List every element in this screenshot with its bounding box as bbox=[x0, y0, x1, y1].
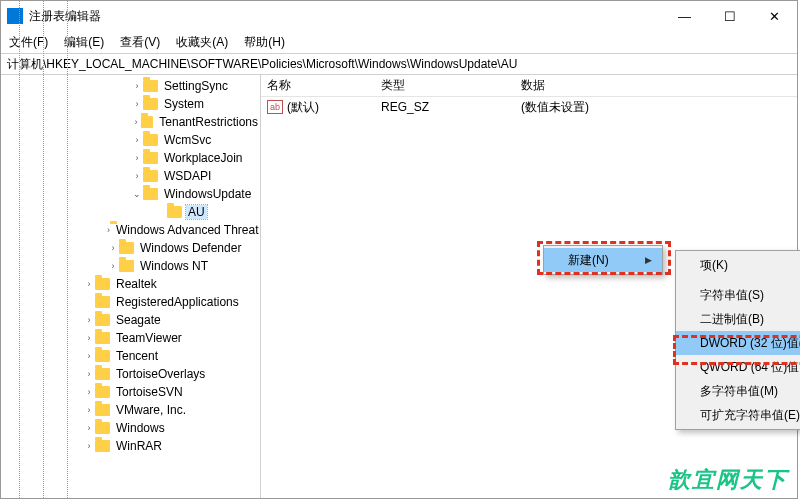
folder-icon bbox=[143, 98, 158, 110]
tree-node-system[interactable]: ›System bbox=[1, 95, 260, 113]
folder-icon bbox=[95, 368, 110, 380]
tree-node-tenantrestrictions[interactable]: ›TenantRestrictions bbox=[1, 113, 260, 131]
tree-node-label: WorkplaceJoin bbox=[162, 151, 244, 165]
tree-twisty-icon[interactable]: › bbox=[83, 333, 95, 343]
folder-icon bbox=[95, 422, 110, 434]
folder-icon bbox=[143, 188, 158, 200]
folder-icon bbox=[143, 170, 158, 182]
tree-node-label: VMware, Inc. bbox=[114, 403, 188, 417]
submenu-item-string[interactable]: 字符串值(S) bbox=[676, 283, 800, 307]
tree-node-label: Realtek bbox=[114, 277, 159, 291]
titlebar: 注册表编辑器 — ☐ ✕ bbox=[1, 1, 797, 31]
context-submenu-new: 项(K) 字符串值(S) 二进制值(B) DWORD (32 位)值(D) QW… bbox=[675, 250, 800, 430]
maximize-button[interactable]: ☐ bbox=[707, 1, 752, 31]
tree-node-windows-nt[interactable]: ›Windows NT bbox=[1, 257, 260, 275]
close-button[interactable]: ✕ bbox=[752, 1, 797, 31]
values-pane[interactable]: 名称 类型 数据 ab(默认) REG_SZ (数值未设置) 新建(N) ▶ bbox=[261, 75, 797, 498]
submenu-item-dword[interactable]: DWORD (32 位)值(D) bbox=[676, 331, 800, 355]
tree-node-label: WSDAPI bbox=[162, 169, 213, 183]
context-item-new[interactable]: 新建(N) ▶ bbox=[544, 248, 662, 272]
tree-node-windowsupdate[interactable]: ⌄WindowsUpdate bbox=[1, 185, 260, 203]
tree-twisty-icon[interactable]: › bbox=[107, 225, 110, 235]
tree-node-wsdapi[interactable]: ›WSDAPI bbox=[1, 167, 260, 185]
tree-node-workplacejoin[interactable]: ›WorkplaceJoin bbox=[1, 149, 260, 167]
folder-icon bbox=[95, 296, 110, 308]
tree-node-registeredapplications[interactable]: RegisteredApplications bbox=[1, 293, 260, 311]
menu-help[interactable]: 帮助(H) bbox=[240, 32, 289, 53]
tree-twisty-icon[interactable]: › bbox=[83, 405, 95, 415]
col-name[interactable]: 名称 bbox=[261, 77, 375, 94]
tree-node-au[interactable]: AU bbox=[1, 203, 260, 221]
folder-icon bbox=[95, 332, 110, 344]
submenu-item-expandstring[interactable]: 可扩充字符串值(E) bbox=[676, 403, 800, 427]
folder-icon bbox=[167, 206, 182, 218]
tree-node-tortoiseoverlays[interactable]: ›TortoiseOverlays bbox=[1, 365, 260, 383]
tree-node-windows[interactable]: ›Windows bbox=[1, 419, 260, 437]
tree-node-vmware-inc-[interactable]: ›VMware, Inc. bbox=[1, 401, 260, 419]
submenu-item-key[interactable]: 项(K) bbox=[676, 253, 800, 277]
tree-node-seagate[interactable]: ›Seagate bbox=[1, 311, 260, 329]
value-row-default[interactable]: ab(默认) REG_SZ (数值未设置) bbox=[261, 97, 797, 117]
address-bar[interactable]: 计算机\HKEY_LOCAL_MACHINE\SOFTWARE\Policies… bbox=[1, 53, 797, 75]
tree-node-realtek[interactable]: ›Realtek bbox=[1, 275, 260, 293]
tree-node-tortoisesvn[interactable]: ›TortoiseSVN bbox=[1, 383, 260, 401]
tree-node-label: Windows Defender bbox=[138, 241, 243, 255]
watermark-text: 歆宜网天下 bbox=[668, 465, 788, 495]
folder-icon bbox=[95, 404, 110, 416]
tree-node-settingsync[interactable]: ›SettingSync bbox=[1, 77, 260, 95]
menu-view[interactable]: 查看(V) bbox=[116, 32, 164, 53]
tree-node-label: Tencent bbox=[114, 349, 160, 363]
col-data[interactable]: 数据 bbox=[515, 77, 797, 94]
tree-node-windows-defender[interactable]: ›Windows Defender bbox=[1, 239, 260, 257]
tree-twisty-icon[interactable]: › bbox=[83, 315, 95, 325]
tree-twisty-icon[interactable]: › bbox=[83, 369, 95, 379]
tree-node-label: AU bbox=[186, 205, 207, 219]
tree-twisty-icon[interactable]: › bbox=[131, 135, 143, 145]
tree-node-label: Windows Advanced Threat Protection bbox=[114, 223, 261, 237]
folder-icon bbox=[95, 386, 110, 398]
registry-editor-window: 注册表编辑器 — ☐ ✕ 文件(F) 编辑(E) 查看(V) 收藏夹(A) 帮助… bbox=[0, 0, 798, 499]
tree-node-label: TeamViewer bbox=[114, 331, 184, 345]
tree-twisty-icon[interactable]: › bbox=[83, 279, 95, 289]
tree-pane[interactable]: ›SettingSync›System›TenantRestrictions›W… bbox=[1, 75, 261, 498]
tree-node-winrar[interactable]: ›WinRAR bbox=[1, 437, 260, 455]
col-type[interactable]: 类型 bbox=[375, 77, 515, 94]
folder-icon bbox=[143, 152, 158, 164]
tree-twisty-icon[interactable]: › bbox=[83, 423, 95, 433]
tree-twisty-icon[interactable]: › bbox=[83, 387, 95, 397]
value-data: (数值未设置) bbox=[515, 99, 797, 116]
tree-node-tencent[interactable]: ›Tencent bbox=[1, 347, 260, 365]
folder-icon bbox=[143, 134, 158, 146]
tree-node-label: Windows bbox=[114, 421, 167, 435]
submenu-item-multistring[interactable]: 多字符串值(M) bbox=[676, 379, 800, 403]
window-controls: — ☐ ✕ bbox=[662, 1, 797, 31]
submenu-item-binary[interactable]: 二进制值(B) bbox=[676, 307, 800, 331]
tree-twisty-icon[interactable]: › bbox=[131, 153, 143, 163]
tree-twisty-icon[interactable]: › bbox=[131, 117, 141, 127]
menu-file[interactable]: 文件(F) bbox=[5, 32, 52, 53]
menu-favorites[interactable]: 收藏夹(A) bbox=[172, 32, 232, 53]
tree-node-teamviewer[interactable]: ›TeamViewer bbox=[1, 329, 260, 347]
submenu-item-qword[interactable]: QWORD (64 位)值(Q) bbox=[676, 355, 800, 379]
folder-icon bbox=[95, 314, 110, 326]
tree-twisty-icon[interactable]: › bbox=[131, 99, 143, 109]
tree-twisty-icon[interactable]: ⌄ bbox=[131, 189, 143, 199]
regedit-icon bbox=[7, 8, 23, 24]
tree-twisty-icon[interactable]: › bbox=[107, 243, 119, 253]
tree-node-label: WcmSvc bbox=[162, 133, 213, 147]
tree-node-windows-advanced-threat-protection[interactable]: ›Windows Advanced Threat Protection bbox=[1, 221, 260, 239]
minimize-button[interactable]: — bbox=[662, 1, 707, 31]
tree-node-label: TortoiseSVN bbox=[114, 385, 185, 399]
value-name: ab(默认) bbox=[261, 99, 375, 116]
tree-twisty-icon[interactable]: › bbox=[83, 441, 95, 451]
folder-icon bbox=[95, 350, 110, 362]
tree-twisty-icon[interactable]: › bbox=[131, 81, 143, 91]
tree-node-wcmsvc[interactable]: ›WcmSvc bbox=[1, 131, 260, 149]
tree-node-label: TortoiseOverlays bbox=[114, 367, 207, 381]
tree-twisty-icon[interactable]: › bbox=[131, 171, 143, 181]
folder-icon bbox=[95, 278, 110, 290]
address-text: 计算机\HKEY_LOCAL_MACHINE\SOFTWARE\Policies… bbox=[7, 56, 517, 73]
tree-twisty-icon[interactable]: › bbox=[83, 351, 95, 361]
tree-twisty-icon[interactable]: › bbox=[107, 261, 119, 271]
tree-node-label: Seagate bbox=[114, 313, 163, 327]
